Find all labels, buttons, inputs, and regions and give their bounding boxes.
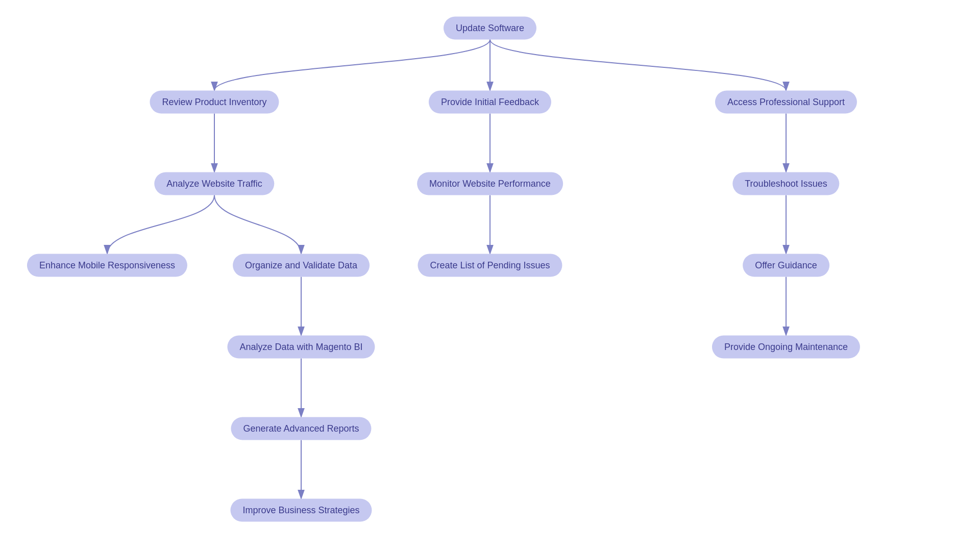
- monitor-website-performance: Monitor Website Performance: [417, 172, 563, 195]
- troubleshoot-issues: Troubleshoot Issues: [732, 172, 839, 195]
- update-software: Update Software: [444, 17, 536, 40]
- organize-validate-data: Organize and Validate Data: [233, 254, 370, 277]
- provide-ongoing-maintenance: Provide Ongoing Maintenance: [712, 336, 860, 359]
- improve-business-strategies: Improve Business Strategies: [230, 499, 372, 522]
- review-product-inventory: Review Product Inventory: [150, 91, 279, 114]
- analyze-data-magento: Analyze Data with Magento BI: [227, 336, 375, 359]
- access-professional-support: Access Professional Support: [715, 91, 857, 114]
- enhance-mobile: Enhance Mobile Responsiveness: [27, 254, 187, 277]
- analyze-website-traffic: Analyze Website Traffic: [154, 172, 274, 195]
- diagram-container: Update SoftwareReview Product InventoryP…: [0, 0, 980, 551]
- create-list-pending: Create List of Pending Issues: [418, 254, 562, 277]
- generate-advanced-reports: Generate Advanced Reports: [231, 417, 371, 440]
- provide-initial-feedback: Provide Initial Feedback: [429, 91, 551, 114]
- offer-guidance: Offer Guidance: [743, 254, 829, 277]
